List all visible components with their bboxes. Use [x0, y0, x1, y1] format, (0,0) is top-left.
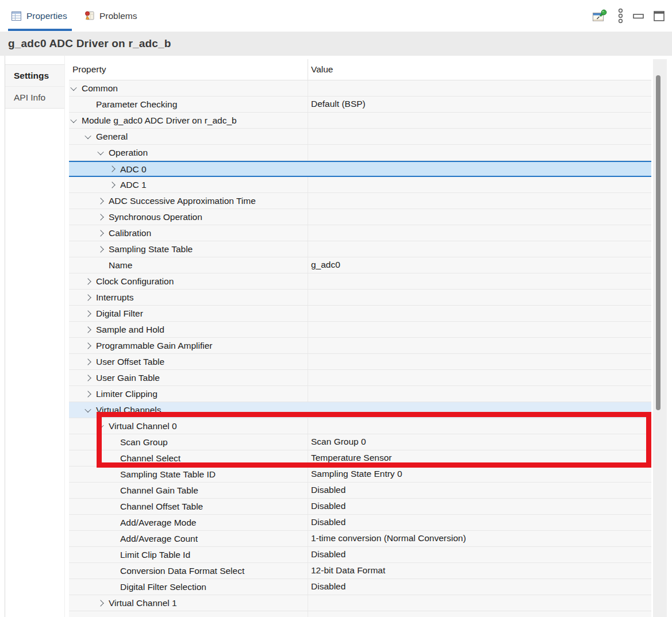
table-row[interactable]: Virtual Channel 0 [69, 418, 651, 434]
table-row[interactable]: Synchronous Operation [69, 209, 651, 225]
chevron-right-icon[interactable] [85, 278, 91, 284]
sidebar-item-api-info-label: API Info [14, 92, 45, 103]
table-row[interactable]: ADC 1 [69, 177, 651, 193]
property-label: Name [109, 260, 132, 271]
chevron-down-icon[interactable] [97, 422, 103, 428]
chevron-right-icon[interactable] [97, 230, 103, 236]
table-row[interactable]: Sampling State Table IDSampling State En… [69, 466, 651, 483]
property-label: Channel Offset Table [120, 502, 203, 512]
property-label: ADC 1 [120, 180, 147, 190]
chevron-right-icon[interactable] [85, 326, 91, 333]
chevron-right-icon[interactable] [85, 294, 91, 300]
table-row[interactable]: Interrupts [69, 290, 651, 306]
table-row[interactable]: General [69, 129, 651, 145]
property-cell: Name [69, 257, 308, 273]
chevron-right-icon[interactable] [85, 358, 91, 365]
table-row[interactable]: User Offset Table [69, 354, 651, 370]
chevron-right-icon[interactable] [109, 165, 115, 172]
property-label: Synchronous Operation [109, 212, 202, 222]
table-row[interactable]: User Gain Table [69, 370, 651, 386]
tab-problems[interactable]: Problems [80, 0, 140, 32]
table-row[interactable]: Conversion Data Format Select12-bit Data… [69, 563, 651, 579]
table-row[interactable]: Parameter CheckingDefault (BSP) [69, 97, 651, 113]
chevron-right-icon[interactable] [97, 246, 103, 252]
property-label: Limiter Clipping [96, 389, 158, 399]
property-cell: Conversion Data Format Select [69, 563, 308, 579]
sidebar-item-settings[interactable]: Settings [5, 65, 64, 87]
property-label: Add/Average Count [120, 534, 198, 544]
table-row[interactable]: Programmable Gain Amplifier [69, 338, 651, 354]
chevron-right-icon[interactable] [97, 198, 103, 204]
property-label: Common [82, 83, 118, 94]
table-row[interactable]: Digital Filter SelectionDisabled [69, 579, 651, 595]
chevron-right-icon[interactable] [85, 310, 91, 317]
property-value: Disabled [311, 547, 345, 562]
chevron-down-icon[interactable] [70, 84, 76, 90]
property-value: Disabled [311, 579, 345, 595]
table-row[interactable]: Virtual Channel 1 [69, 595, 651, 611]
property-cell: User Gain Table [69, 370, 308, 385]
chevron-right-icon[interactable] [85, 375, 91, 381]
column-header-property[interactable]: Property [72, 59, 106, 79]
chevron-right-icon[interactable] [85, 342, 91, 349]
table-row[interactable]: Limiter Clipping [69, 386, 651, 402]
sidebar-divider [64, 56, 65, 617]
chevron-down-icon[interactable] [97, 148, 103, 155]
table-row[interactable]: Scan GroupScan Group 0 [69, 434, 651, 450]
view-menu-icon[interactable] [617, 8, 624, 24]
chevron-down-icon[interactable] [85, 406, 91, 412]
property-cell: Virtual Channels [69, 402, 308, 418]
property-cell: Limiter Clipping [69, 386, 308, 402]
table-row[interactable]: Virtual Channels [69, 402, 651, 418]
table-row[interactable]: Channel Offset TableDisabled [69, 499, 651, 515]
scrollbar-thumb[interactable] [656, 75, 661, 410]
table-row[interactable]: Add/Average ModeDisabled [69, 515, 651, 531]
property-value: Default (BSP) [311, 97, 366, 112]
property-label: Programmable Gain Amplifier [96, 341, 212, 351]
table-row[interactable]: ADC Successive Approximation Time [69, 193, 651, 209]
table-row[interactable]: ADC 0 [69, 161, 651, 177]
chevron-right-icon[interactable] [109, 182, 115, 188]
property-label: Sampling State Table ID [120, 469, 216, 480]
table-row[interactable]: Sample and Hold [69, 322, 651, 338]
chevron-right-icon[interactable] [97, 600, 103, 606]
table-row[interactable]: Digital Filter [69, 306, 651, 322]
property-label: Scan Group [120, 437, 168, 448]
table-row[interactable]: Channel SelectTemperature Sensor [69, 450, 651, 466]
maximize-icon[interactable] [654, 10, 665, 22]
view-title-bar: g_adc0 ADC Driver on r_adc_b [0, 32, 672, 56]
table-row[interactable]: Nameg_adc0 [69, 257, 651, 273]
pin-view-icon[interactable] [593, 9, 608, 23]
sidebar-item-settings-label: Settings [14, 71, 49, 81]
table-row[interactable]: Operation [69, 145, 651, 161]
table-row[interactable]: Calibration [69, 225, 651, 241]
chevron-down-icon[interactable] [85, 132, 91, 138]
property-cell: Parameter Checking [69, 97, 308, 112]
table-row[interactable]: Common [69, 80, 651, 97]
table-row[interactable]: Channel Gain TableDisabled [69, 483, 651, 499]
table-row[interactable]: Module g_adc0 ADC Driver on r_adc_b [69, 113, 651, 129]
property-cell: Interrupts [69, 290, 308, 305]
property-cell: Digital Filter [69, 306, 308, 321]
tab-properties[interactable]: Properties [8, 0, 72, 32]
property-cell: Virtual Channel 1 [69, 595, 308, 611]
property-value: Temperature Sensor [311, 450, 391, 466]
table-row[interactable]: Sampling State Table [69, 241, 651, 257]
table-row[interactable]: Clock Configuration [69, 273, 651, 290]
minimize-icon[interactable] [633, 13, 644, 20]
property-cell: Virtual Channel 0 [69, 418, 308, 434]
table-row[interactable]: Add/Average Count1-time conversion (Norm… [69, 531, 651, 547]
chevron-down-icon[interactable] [70, 116, 76, 122]
chevron-right-icon[interactable] [97, 214, 103, 220]
property-cell: Sampling State Table [69, 241, 308, 257]
vertical-scrollbar[interactable] [653, 59, 667, 617]
table-row[interactable]: Limit Clip Table IdDisabled [69, 547, 651, 563]
chevron-right-icon[interactable] [85, 391, 91, 397]
table-header: Property Value [69, 59, 651, 80]
sidebar-item-api-info[interactable]: API Info [5, 87, 64, 109]
property-cell: Digital Filter Selection [69, 579, 308, 595]
property-cell: Limit Clip Table Id [69, 547, 308, 562]
property-label: Digital Filter Selection [120, 582, 206, 592]
tab-problems-label: Problems [99, 11, 137, 21]
column-header-value[interactable]: Value [311, 59, 333, 79]
